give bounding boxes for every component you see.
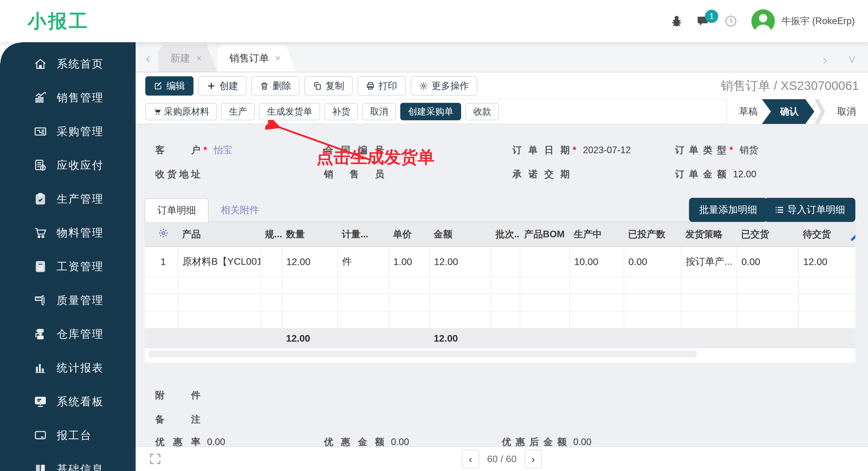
messages-icon[interactable]: 1 — [697, 14, 710, 28]
close-icon[interactable]: × — [196, 53, 202, 63]
delete-button[interactable]: 删除 — [251, 76, 300, 96]
order-form: 客户 * 怡宝 收货地址 合同编号 销售员 订单日期 * 2023-07-12 … — [135, 124, 868, 196]
gear-icon — [419, 81, 428, 90]
col-to-deliver: 待交货 — [799, 222, 855, 247]
copy-button[interactable]: 复制 — [304, 76, 352, 96]
cart-icon — [34, 226, 47, 239]
sidebar-item-purchase[interactable]: 采购管理 — [0, 115, 135, 148]
tab-order-lines[interactable]: 订单明细 — [145, 198, 209, 222]
collect-payment-button[interactable]: 收款 — [465, 103, 499, 120]
sidebar-item-production[interactable]: 生产管理 — [0, 182, 135, 216]
sidebar-item-receivable-payable[interactable]: 应收应付 — [0, 148, 135, 182]
sidebar-item-salary[interactable]: 工资管理 — [0, 250, 135, 284]
trash-icon — [260, 81, 269, 90]
empty-row — [145, 277, 855, 294]
order-lines-table: 产品 规... 数量 计量... 单价 金额 批次... 产品BOM 生产中 已… — [145, 222, 855, 363]
customer-value-link[interactable]: 怡宝 — [214, 144, 232, 156]
calculator-icon — [34, 260, 47, 273]
col-product: 产品 — [178, 222, 261, 247]
bottom-bar: ‹ 60 / 60 › — [135, 446, 868, 471]
pager-prev-button[interactable]: ‹ — [462, 450, 479, 468]
status-cancelled[interactable]: 取消 — [825, 99, 868, 124]
col-uom: 计量... — [338, 222, 389, 247]
copy-icon — [313, 81, 322, 90]
field-order-type: 订单类型 * 销货 — [675, 144, 758, 156]
document-tabstrip: ‹ 新建 × 销售订单 × › ˅ — [135, 42, 868, 72]
tabs-forward-chevron-icon[interactable]: › — [823, 53, 827, 66]
bug-icon[interactable] — [670, 14, 683, 28]
sidebar-item-quality[interactable]: 质量管理 — [0, 284, 135, 317]
brand-logo[interactable]: 小报工 — [28, 8, 89, 34]
table-row: 1 原材料B【YCL001】 12.00 件 1.00 12.00 10.00 … — [145, 247, 855, 277]
status-separator-chevron-icon — [814, 99, 825, 124]
column-config-gear-icon[interactable] — [158, 228, 169, 238]
purchase-raw-material-button[interactable]: 采购原材料 — [145, 103, 217, 120]
username[interactable]: 牛振宇 (RokeErp) — [781, 15, 855, 27]
pager: ‹ 60 / 60 › — [462, 450, 542, 468]
sidebar-item-warehouse[interactable]: 仓库管理 — [0, 317, 135, 351]
col-batch: 批次... — [491, 222, 520, 247]
book-icon — [34, 463, 47, 471]
tabs-back-chevron-icon[interactable]: ‹ — [135, 51, 158, 72]
status-confirmed[interactable]: 确认 — [762, 99, 814, 124]
sidebar-item-work-terminal[interactable]: 报工台 — [0, 418, 135, 452]
purchase-card-icon — [34, 125, 47, 138]
status-draft[interactable]: 草稿 — [727, 99, 770, 124]
close-icon[interactable]: × — [275, 53, 281, 63]
field-order-amount: 订单金额 12.00 — [675, 168, 756, 181]
horizontal-scrollbar — [148, 351, 852, 358]
sidebar-item-reports[interactable]: 统计报表 — [0, 351, 135, 385]
row-edit-icon[interactable] — [849, 232, 855, 242]
cell-in-production: 10.00 — [569, 247, 624, 277]
col-delivered: 已交货 — [737, 222, 799, 247]
tab-sales-order[interactable]: 销售订单 × — [217, 45, 296, 72]
field-order-date: 订单日期 * 2023-07-12 — [513, 144, 631, 156]
tab-new[interactable]: 新建 × — [158, 45, 217, 72]
sales-chart-icon — [34, 91, 47, 104]
cancel-button[interactable]: 取消 — [362, 103, 396, 120]
cart-icon — [153, 107, 161, 116]
print-button[interactable]: 打印 — [358, 76, 406, 96]
field-customer: 客户 * 怡宝 — [155, 144, 232, 156]
field-promise-date: 承诺交期 — [513, 168, 576, 181]
bar-chart-icon — [34, 361, 47, 375]
batch-add-lines-button[interactable]: 批量添加明细 — [689, 198, 767, 222]
sidebar-item-dashboard[interactable]: 系统看板 — [0, 385, 135, 418]
tab-attachments[interactable]: 相关附件 — [209, 198, 271, 222]
col-unit-price: 单价 — [389, 222, 430, 247]
status-bar: 草稿 确认 取消 — [726, 99, 868, 124]
produce-button[interactable]: 生产 — [221, 103, 255, 120]
more-actions-button[interactable]: 更多操作 — [410, 76, 477, 96]
create-delivery-button[interactable]: 生成发货单 — [259, 103, 320, 120]
avatar[interactable] — [751, 9, 775, 33]
kanban-board-icon — [34, 395, 47, 408]
empty-row — [145, 311, 855, 328]
home-icon — [34, 57, 47, 70]
edit-button[interactable]: 编辑 — [145, 76, 193, 96]
field-remark: 备注 — [155, 413, 207, 426]
caliper-icon — [34, 294, 47, 307]
header-corner-curve — [0, 42, 21, 63]
create-purchase-order-button[interactable]: 创建采购单 — [400, 103, 461, 120]
sidebar-item-basic-info[interactable]: 基础信息 — [0, 452, 135, 471]
card-tabs: 订单明细 相关附件 批量添加明细 导入订单明细 — [145, 196, 855, 222]
order-lines-card: 订单明细 相关附件 批量添加明细 导入订单明细 — [145, 196, 855, 363]
horizontal-scrollbar-thumb[interactable] — [148, 351, 697, 357]
printer-icon — [366, 81, 375, 90]
pager-next-button[interactable]: › — [524, 450, 542, 468]
document-title: 销售订单 / XS230700061 — [721, 78, 859, 94]
cell-product: 原材料B【YCL001】 — [178, 247, 261, 277]
tabs-collapse-chevron-icon[interactable]: ˅ — [848, 53, 856, 66]
tablet-icon — [34, 429, 47, 442]
replenish-button[interactable]: 补货 — [324, 103, 358, 120]
create-button[interactable]: 创建 — [198, 76, 247, 96]
sidebar-item-material[interactable]: 物料管理 — [0, 216, 135, 250]
message-count-badge: 1 — [705, 10, 718, 23]
clock-icon[interactable] — [724, 14, 738, 28]
edit-icon — [154, 81, 163, 90]
field-contract-no: 合同编号 — [324, 144, 391, 156]
fullscreen-icon[interactable] — [148, 452, 162, 466]
import-lines-button[interactable]: 导入订单明细 — [764, 198, 855, 222]
sidebar-item-sales[interactable]: 销售管理 — [0, 81, 135, 115]
col-amount: 金额 — [430, 222, 491, 247]
